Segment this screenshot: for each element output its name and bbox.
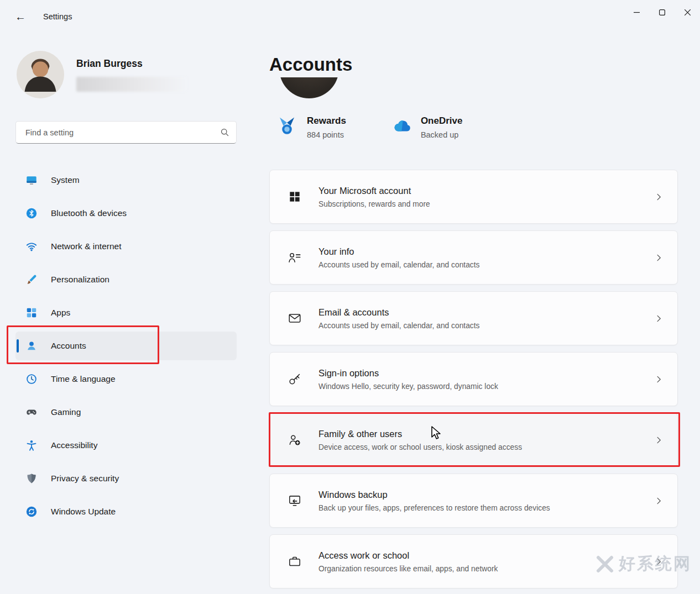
card-your-microsoft-account[interactable]: Your Microsoft account Subscriptions, re…	[269, 170, 678, 224]
card-title: Family & other users	[318, 429, 522, 439]
rewards-promo[interactable]: Rewards 884 points	[276, 115, 346, 139]
profile-info: Brian Burgess	[76, 58, 187, 92]
chevron-right-icon	[654, 253, 664, 263]
sidebar-item-label: Bluetooth & devices	[51, 208, 127, 218]
chevron-right-icon	[654, 313, 664, 324]
avatar-photo-icon	[17, 51, 64, 98]
time-icon	[25, 373, 38, 385]
sidebar-item-label: Apps	[51, 308, 70, 318]
card-family-other-users[interactable]: Family & other users Device access, work…	[269, 413, 678, 467]
sidebar-item-label: Personalization	[51, 275, 109, 285]
accounts-icon	[25, 340, 38, 352]
chevron-right-icon	[654, 435, 664, 445]
redacted-email	[76, 77, 187, 92]
card-title: Email & accounts	[318, 307, 479, 318]
sidebar-item-gaming[interactable]: Gaming	[15, 398, 237, 427]
sidebar-item-label: Accounts	[51, 341, 86, 351]
key-icon	[286, 372, 303, 386]
search-icon	[220, 128, 229, 137]
onedrive-promo[interactable]: OneDrive Backed up	[390, 115, 463, 139]
close-icon	[685, 9, 691, 15]
back-icon: ←	[15, 10, 26, 23]
settings-window: ← Settings	[0, 0, 700, 594]
chevron-right-icon	[654, 556, 664, 567]
card-text: Sign-in options Windows Hello, security …	[318, 368, 498, 391]
gaming-icon	[25, 406, 38, 418]
sidebar-item-system[interactable]: System	[15, 166, 237, 195]
email-icon	[286, 311, 303, 325]
avatar	[17, 51, 64, 98]
selected-indicator	[17, 339, 19, 353]
apps-icon	[25, 307, 38, 319]
system-icon	[25, 174, 38, 186]
update-icon	[25, 506, 38, 518]
card-email-accounts[interactable]: Email & accounts Accounts used by email,…	[269, 291, 678, 345]
sidebar-item-network-internet[interactable]: Network & internet	[15, 232, 237, 261]
sidebar-item-label: Time & language	[51, 374, 116, 384]
sidebar: Brian Burgess System	[0, 33, 254, 594]
profile-name: Brian Burgess	[76, 58, 187, 70]
chevron-right-icon	[654, 192, 664, 202]
sidebar-item-bluetooth-devices[interactable]: Bluetooth & devices	[15, 199, 237, 228]
sidebar-item-accessibility[interactable]: Accessibility	[15, 431, 237, 460]
sidebar-item-label: Gaming	[51, 407, 81, 417]
card-title: Sign-in options	[318, 368, 498, 379]
promo-row: Rewards 884 points OneDrive Backed up	[276, 115, 678, 139]
card-subtitle: Accounts used by email, calendar, and co…	[318, 261, 479, 269]
card-sign-in-options[interactable]: Sign-in options Windows Hello, security …	[269, 352, 678, 406]
settings-cards: Your Microsoft account Subscriptions, re…	[269, 170, 678, 588]
sidebar-item-label: Accessibility	[51, 440, 97, 450]
card-subtitle: Back up your files, apps, preferences to…	[318, 504, 550, 512]
card-title: Your Microsoft account	[318, 186, 430, 196]
onedrive-icon	[390, 115, 411, 136]
card-text: Access work or school Organization resou…	[318, 550, 498, 573]
card-access-work-school[interactable]: Access work or school Organization resou…	[269, 534, 678, 588]
sidebar-item-label: Privacy & security	[51, 474, 119, 483]
sidebar-item-accounts[interactable]: Accounts	[15, 332, 237, 360]
window-controls	[624, 0, 700, 24]
maximize-button[interactable]	[649, 0, 675, 24]
sidebar-item-privacy-security[interactable]: Privacy & security	[15, 464, 237, 493]
personalization-icon	[25, 274, 38, 286]
sidebar-item-personalization[interactable]: Personalization	[15, 265, 237, 294]
card-windows-backup[interactable]: Windows backup Back up your files, apps,…	[269, 474, 678, 528]
back-button[interactable]: ←	[9, 7, 32, 27]
backup-icon	[286, 493, 303, 508]
microsoft-logo-icon	[286, 190, 303, 204]
minimize-icon	[634, 9, 640, 15]
sidebar-item-windows-update[interactable]: Windows Update	[15, 497, 237, 526]
card-text: Family & other users Device access, work…	[318, 429, 522, 451]
minimize-button[interactable]	[624, 0, 649, 24]
titlebar: ← Settings	[0, 0, 700, 33]
card-text: Email & accounts Accounts used by email,…	[318, 307, 479, 330]
card-subtitle: Subscriptions, rewards and more	[318, 200, 430, 208]
accessibility-icon	[25, 439, 38, 451]
bluetooth-icon	[25, 207, 38, 219]
sidebar-item-label: Windows Update	[51, 507, 116, 517]
promo-text: OneDrive Backed up	[421, 115, 463, 139]
card-your-info[interactable]: Your info Accounts used by email, calend…	[269, 230, 678, 285]
card-subtitle: Device access, work or school users, kio…	[318, 443, 522, 451]
promo-title: OneDrive	[421, 115, 463, 127]
chevron-right-icon	[654, 374, 664, 385]
card-title: Your info	[318, 246, 479, 257]
briefcase-icon	[286, 554, 303, 569]
network-icon	[25, 240, 38, 253]
sidebar-item-time-language[interactable]: Time & language	[15, 365, 237, 393]
your-info-icon	[286, 250, 303, 265]
sidebar-item-apps[interactable]: Apps	[15, 298, 237, 327]
search-box[interactable]	[15, 121, 237, 144]
account-avatar-partial	[279, 77, 339, 98]
search-input[interactable]	[24, 128, 220, 138]
card-title: Access work or school	[318, 550, 498, 561]
close-button[interactable]	[675, 0, 700, 24]
card-subtitle: Accounts used by email, calendar, and co…	[318, 322, 479, 330]
promo-title: Rewards	[307, 115, 346, 127]
sidebar-item-label: Network & internet	[51, 241, 122, 251]
main-content: Accounts Rewards 884 points	[254, 33, 700, 594]
promo-subtitle: 884 points	[307, 130, 346, 139]
card-subtitle: Windows Hello, security key, password, d…	[318, 382, 498, 391]
profile-section[interactable]: Brian Burgess	[17, 51, 254, 98]
card-text: Windows backup Back up your files, apps,…	[318, 490, 550, 512]
shield-icon	[25, 472, 38, 485]
